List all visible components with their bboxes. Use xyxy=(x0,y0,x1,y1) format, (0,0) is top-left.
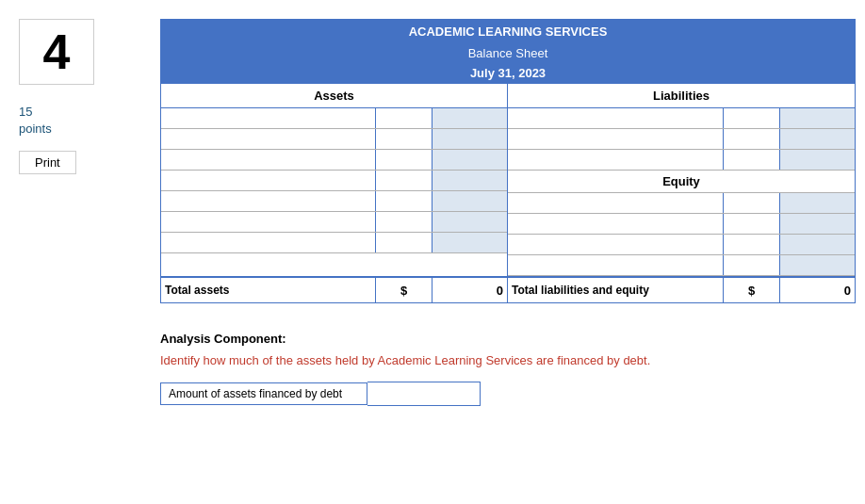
total-row-container: Total assets $ 0 Total liabilities and e… xyxy=(161,276,855,302)
left-panel: 4 15 points Print xyxy=(19,19,141,406)
points-label: 15 points xyxy=(19,104,52,138)
print-button[interactable]: Print xyxy=(19,151,76,174)
total-liabilities-equity-row: Total liabilities and equity $ 0 xyxy=(508,278,855,302)
total-liab-eq-symbol: $ xyxy=(723,278,779,302)
asset-row-6 xyxy=(161,212,507,233)
total-assets-row: Total assets $ 0 xyxy=(161,278,508,302)
asset-val-input-1[interactable] xyxy=(436,112,503,125)
total-assets-symbol: $ xyxy=(375,278,432,302)
asset-row-4 xyxy=(161,171,507,191)
analysis-input-label: Amount of assets financed by debt xyxy=(160,382,367,405)
total-liab-eq-value: 0 xyxy=(779,278,855,302)
liabilities-equity-column: Equity xyxy=(508,108,855,276)
main-content: ACADEMIC LEARNING SERVICES Balance Sheet… xyxy=(160,19,856,406)
equity-row-3 xyxy=(508,235,855,255)
bs-title: Balance Sheet xyxy=(161,43,855,63)
bs-columns-header: Assets Liabilities xyxy=(161,83,855,107)
analysis-title: Analysis Component: xyxy=(160,332,856,346)
asset-row-3 xyxy=(161,150,507,171)
liability-row-1 xyxy=(508,108,855,129)
balance-sheet: ACADEMIC LEARNING SERVICES Balance Sheet… xyxy=(160,19,856,303)
assets-col-header: Assets xyxy=(161,84,508,107)
analysis-description: Identify how much of the assets held by … xyxy=(160,351,856,370)
assets-column xyxy=(161,108,508,276)
equity-row-1 xyxy=(508,193,855,214)
equity-row-4 xyxy=(508,255,855,276)
question-number: 4 xyxy=(43,24,71,80)
asset-sym-input-1[interactable] xyxy=(380,112,428,125)
total-assets-value: 0 xyxy=(432,278,507,302)
asset-row-5 xyxy=(161,191,507,212)
analysis-value-input[interactable] xyxy=(367,382,481,406)
asset-label-1[interactable] xyxy=(161,108,375,128)
bs-body: Equity xyxy=(161,107,855,276)
asset-sym-1[interactable] xyxy=(375,108,432,128)
equity-header: Equity xyxy=(508,171,855,193)
analysis-section: Analysis Component: Identify how much of… xyxy=(160,332,856,406)
total-assets-label: Total assets xyxy=(161,278,375,302)
asset-row-2 xyxy=(161,129,507,150)
liability-row-2 xyxy=(508,129,855,150)
bs-date: July 31, 2023 xyxy=(161,63,855,83)
points-value: 15 xyxy=(19,105,32,119)
asset-row-7 xyxy=(161,233,507,253)
question-number-box: 4 xyxy=(19,19,94,85)
liabilities-col-header: Liabilities xyxy=(508,84,855,107)
company-name: ACADEMIC LEARNING SERVICES xyxy=(161,20,855,43)
asset-val-1[interactable] xyxy=(432,108,507,128)
equity-row-2 xyxy=(508,214,855,235)
liability-row-3 xyxy=(508,150,855,171)
points-text: points xyxy=(19,122,52,136)
asset-row-1 xyxy=(161,108,507,129)
analysis-input-row: Amount of assets financed by debt xyxy=(160,382,856,406)
total-liab-eq-label: Total liabilities and equity xyxy=(508,278,723,302)
asset-label-input-1[interactable] xyxy=(165,112,371,125)
